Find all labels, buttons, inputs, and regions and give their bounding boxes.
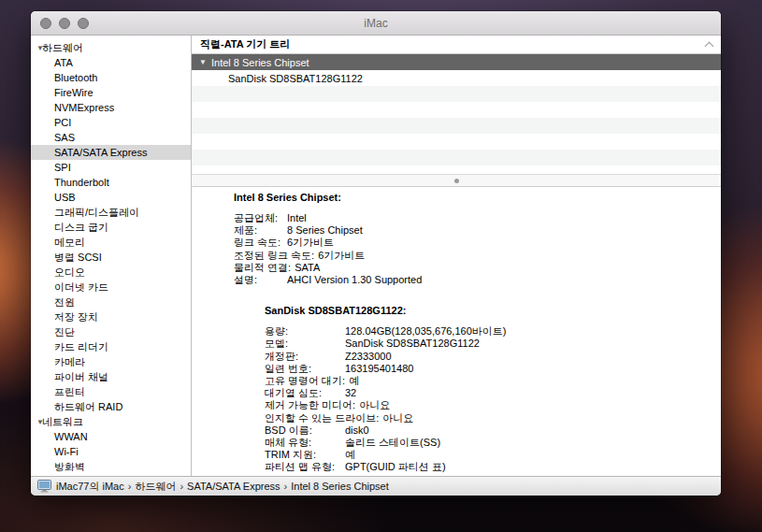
splitter-dot-icon: [454, 179, 459, 183]
sidebar-item[interactable]: 프린터: [31, 384, 191, 399]
sidebar: ▼하드웨어ATABluetoothFireWireNVMExpressPCISA…: [31, 36, 192, 476]
detail-label: 개정판:: [265, 351, 341, 363]
computer-icon: [37, 480, 51, 493]
device-tree-header-label: 직렬-ATA 기기 트리: [200, 37, 290, 51]
detail-value: 6기가비트: [318, 250, 365, 262]
detail-value: AHCI Version 1.30 Supported: [287, 274, 422, 286]
detail-label: 설명:: [234, 274, 283, 286]
detail-row: 대기열 심도:32: [265, 387, 721, 399]
device-tree-row[interactable]: ▼Intel 8 Series Chipset: [192, 54, 721, 70]
device-tree-row-label: SanDisk SD8SBAT128G1122: [228, 73, 363, 84]
detail-label: 공급업체:: [234, 212, 283, 224]
detail-row: 모델:SanDisk SD8SBAT128G1122: [265, 338, 721, 350]
detail-label: BSD 이름:: [265, 424, 341, 437]
minimize-button[interactable]: [59, 18, 70, 29]
detail-section: SanDisk SD8SBAT128G1122:용량:128.04GB(128,…: [234, 304, 721, 473]
breadcrumb: iMac77의 iMac›하드웨어›SATA/SATA Express›Inte…: [56, 480, 389, 494]
sidebar-item[interactable]: PCI: [31, 115, 191, 130]
sidebar-item[interactable]: 하드웨어 RAID: [31, 399, 191, 414]
detail-label: 매체 유형:: [265, 437, 341, 449]
sidebar-item[interactable]: 진단: [31, 324, 191, 339]
sidebar-item[interactable]: WWAN: [31, 429, 191, 444]
detail-label: 링크 속도:: [234, 237, 283, 249]
detail-value: Intel: [287, 212, 307, 224]
detail-label: 물리적 연결:: [234, 262, 291, 274]
detail-label: 용량:: [265, 325, 341, 338]
main-pane: 직렬-ATA 기기 트리 ▼Intel 8 Series ChipsetSanD…: [192, 36, 721, 476]
detail-row: 개정판:Z2333000: [265, 351, 721, 363]
path-bar: iMac77의 iMac›하드웨어›SATA/SATA Express›Inte…: [31, 476, 721, 496]
detail-section-title: Intel 8 Series Chipset:: [234, 191, 721, 204]
detail-label: 모델:: [265, 338, 341, 350]
sort-direction-icon[interactable]: [705, 41, 714, 50]
titlebar[interactable]: iMac: [31, 11, 721, 36]
detail-row: 물리적 연결:SATA: [234, 262, 721, 274]
sidebar-item[interactable]: 카드 리더기: [31, 339, 191, 354]
detail-label: 파티션 맵 유형:: [265, 461, 341, 473]
detail-value: GPT(GUID 파티션 표): [345, 461, 446, 473]
detail-value: 아니요: [359, 399, 390, 411]
detail-value: 솔리드 스테이트(SS): [345, 437, 440, 449]
sidebar-item[interactable]: 카메라: [31, 354, 191, 369]
zoom-button[interactable]: [78, 18, 89, 29]
device-tree-header[interactable]: 직렬-ATA 기기 트리: [192, 36, 721, 54]
sidebar-section-header[interactable]: ▼네트워크: [31, 414, 191, 429]
detail-row: 링크 속도:6기가비트: [234, 237, 721, 249]
sidebar-item[interactable]: 이더넷 카드: [31, 280, 191, 295]
sidebar-item[interactable]: 메모리: [31, 235, 191, 250]
disclosure-triangle-icon[interactable]: ▼: [199, 58, 211, 66]
detail-label: 제품:: [234, 224, 283, 237]
splitter-handle[interactable]: [192, 174, 721, 187]
detail-label: 제거 가능한 미디어:: [265, 399, 355, 411]
sidebar-item[interactable]: 오디오: [31, 265, 191, 280]
close-button[interactable]: [40, 18, 51, 29]
device-tree-row[interactable]: SanDisk SD8SBAT128G1122: [192, 70, 721, 86]
sidebar-item[interactable]: FireWire: [31, 85, 191, 100]
sidebar-item[interactable]: USB: [31, 190, 191, 205]
detail-row: 공급업체:Intel: [234, 212, 721, 224]
sidebar-item[interactable]: Bluetooth: [31, 70, 191, 85]
breadcrumb-separator: ›: [180, 481, 183, 492]
sidebar-item[interactable]: 파이버 채널: [31, 369, 191, 384]
detail-row: 제거 가능한 미디어:아니요: [265, 399, 721, 411]
detail-row: 일련 번호:163195401480: [265, 363, 721, 375]
sidebar-section-label: 하드웨어: [42, 41, 83, 55]
details-pane: Intel 8 Series Chipset:공급업체:Intel제품:8 Se…: [192, 187, 721, 476]
path-item[interactable]: iMac77의 iMac: [56, 481, 124, 492]
sidebar-section-label: 네트워크: [42, 415, 83, 429]
path-item[interactable]: 하드웨어: [135, 481, 176, 492]
detail-row: 인지할 수 있는 드라이브:아니요: [265, 412, 721, 424]
detail-row: 고유 명령어 대기:예: [265, 375, 721, 387]
detail-value: 32: [345, 387, 356, 399]
disclosure-triangle-icon[interactable]: ▼: [31, 418, 42, 426]
sidebar-item[interactable]: 방화벽: [31, 459, 191, 474]
window-title: iMac: [364, 17, 387, 30]
sidebar-item[interactable]: SPI: [31, 160, 191, 175]
detail-value: 예: [345, 449, 355, 461]
detail-row: 설명:AHCI Version 1.30 Supported: [234, 274, 721, 286]
detail-row: 용량:128.04GB(128,035,676,160바이트): [265, 325, 721, 338]
breadcrumb-separator: ›: [284, 481, 288, 492]
system-information-window: iMac ▼하드웨어ATABluetoothFireWireNVMExpress…: [31, 11, 721, 496]
desktop-wallpaper: iMac ▼하드웨어ATABluetoothFireWireNVMExpress…: [0, 0, 762, 532]
sidebar-item[interactable]: 그래픽/디스플레이: [31, 205, 191, 220]
path-item[interactable]: SATA/SATA Express: [187, 481, 280, 492]
detail-value: 163195401480: [345, 363, 413, 375]
sidebar-item[interactable]: 저장 장치: [31, 309, 191, 324]
sidebar-item[interactable]: SATA/SATA Express: [31, 145, 191, 160]
sidebar-item[interactable]: Thunderbolt: [31, 175, 191, 190]
breadcrumb-separator: ›: [128, 481, 132, 492]
sidebar-item[interactable]: ATA: [31, 55, 191, 70]
sidebar-item[interactable]: 병렬 SCSI: [31, 250, 191, 265]
sidebar-item[interactable]: 디스크 굽기: [31, 220, 191, 235]
detail-section: Intel 8 Series Chipset:공급업체:Intel제품:8 Se…: [234, 191, 721, 286]
path-item[interactable]: Intel 8 Series Chipset: [291, 481, 389, 492]
sidebar-item[interactable]: 전원: [31, 295, 191, 309]
sidebar-item[interactable]: SAS: [31, 130, 191, 145]
sidebar-section-header[interactable]: ▼하드웨어: [31, 40, 191, 55]
detail-value: SanDisk SD8SBAT128G1122: [345, 338, 480, 350]
sidebar-item[interactable]: Wi-Fi: [31, 444, 191, 459]
disclosure-triangle-icon[interactable]: ▼: [31, 44, 42, 52]
sidebar-item[interactable]: NVMExpress: [31, 100, 191, 115]
detail-value: 예: [349, 375, 359, 387]
